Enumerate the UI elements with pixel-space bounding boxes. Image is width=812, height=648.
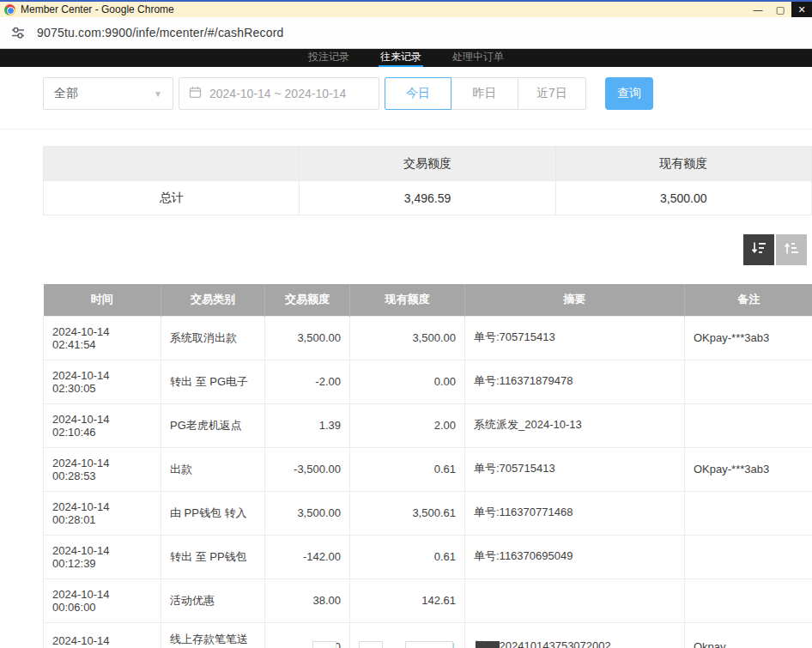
records-header-row: 时间 交易类别 交易额度 现有额度 摘要 备注 xyxy=(44,284,812,316)
table-row: 2024-10-14 02:10:46 PG老虎机返点 1.39 2.00 系统… xyxy=(44,403,812,447)
pagination-prev-button[interactable]: ‹ xyxy=(359,641,383,648)
cell-time: 2024-10-14 02:10:46 xyxy=(44,403,161,447)
filter-row: 全部 ▼ 2024-10-14 ~ 2024-10-14 今日 昨日 近7日 查… xyxy=(43,77,812,110)
cell-type: 出款 xyxy=(161,447,265,491)
section-divider xyxy=(0,129,812,130)
window-title: Member Center - Google Chrome xyxy=(21,3,174,15)
site-settings-icon[interactable] xyxy=(10,25,26,40)
cell-time: 2024-10-14 00:06:00 xyxy=(44,578,161,622)
cell-note xyxy=(685,578,812,622)
header-balance: 现有额度 xyxy=(350,284,465,316)
cell-balance: 0.00 xyxy=(350,360,465,403)
cell-summary: 单号:705715413 xyxy=(465,447,685,491)
pagination-size-select[interactable]: ▾ xyxy=(405,641,453,648)
cell-summary: 单号:116370695049 xyxy=(465,535,685,578)
table-row: 2024-10-14 00:28:01 由 PP钱包 转入 3,500.00 3… xyxy=(44,491,812,535)
cell-type: PG老虎机返点 xyxy=(161,403,265,447)
cell-note xyxy=(685,360,812,403)
summary-balance-total: 3,500.00 xyxy=(555,181,811,215)
header-amount: 交易额度 xyxy=(265,284,350,316)
summary-total-label: 总计 xyxy=(44,181,300,215)
table-row: 2024-10-14 02:30:05 转出 至 PG电子 -2.00 0.00… xyxy=(44,360,812,403)
sort-descending-button[interactable] xyxy=(743,234,774,265)
type-select[interactable]: 全部 ▼ xyxy=(43,77,173,110)
header-summary: 摘要 xyxy=(465,284,685,316)
records-table: 时间 交易类别 交易额度 现有额度 摘要 备注 2024-10-14 02:41… xyxy=(43,284,812,648)
window-controls: — ▢ ✕ xyxy=(747,2,812,17)
cell-amount: 1.39 xyxy=(265,403,350,447)
summary-header-balance: 现有额度 xyxy=(555,147,811,181)
date-range-picker[interactable]: 2024-10-14 ~ 2024-10-14 xyxy=(179,77,379,110)
today-button[interactable]: 今日 xyxy=(385,77,451,110)
pagination-active-page[interactable]: 1 xyxy=(476,641,500,648)
last-7-days-button[interactable]: 近7日 xyxy=(518,77,586,110)
quick-range-group: 今日 昨日 近7日 xyxy=(385,77,586,110)
cell-note xyxy=(685,491,812,535)
cell-summary: 系统派发_2024-10-13 xyxy=(465,403,685,447)
cell-note xyxy=(685,403,812,447)
cell-note: OKpay-***3ab3 xyxy=(685,447,812,491)
cell-summary xyxy=(465,578,685,622)
table-row: 2024-10-14 00:12:39 转出 至 PP钱包 -142.00 0.… xyxy=(44,535,812,578)
address-bar[interactable]: 9075tu.com:9900/infe/mcenter/#/cashRecor… xyxy=(37,26,284,39)
cell-time: 2024-10-14 00:28:53 xyxy=(44,447,161,491)
search-button[interactable]: 查询 xyxy=(605,77,653,110)
chrome-logo-icon xyxy=(4,4,15,15)
pagination-first-button[interactable]: « xyxy=(312,641,336,648)
sort-ascending-button[interactable] xyxy=(776,234,807,265)
cell-balance: 3,500.61 xyxy=(350,491,465,535)
top-nav: 投注记录 往来记录 处理中订单 xyxy=(0,49,812,67)
cell-balance: 2.00 xyxy=(350,403,465,447)
maximize-button[interactable]: ▢ xyxy=(769,2,791,17)
tab-pending-orders[interactable]: 处理中订单 xyxy=(451,49,506,67)
cell-summary: 单号:116371879478 xyxy=(465,360,685,403)
calendar-icon xyxy=(189,86,202,101)
tab-cash-records[interactable]: 往来记录 xyxy=(379,49,423,67)
cell-amount: 38.00 xyxy=(265,578,350,622)
cell-time: 2024-10-14 00:28:01 xyxy=(44,491,161,535)
table-row: 2024-10-14 02:41:54 系统取消出款 3,500.00 3,50… xyxy=(44,316,812,360)
date-range-value: 2024-10-14 ~ 2024-10-14 xyxy=(209,87,346,100)
cell-time: 2024-10-14 02:30:05 xyxy=(44,360,161,403)
sort-controls xyxy=(0,234,807,265)
table-row: 2024-10-14 00:28:53 出款 -3,500.00 0.61 单号… xyxy=(44,447,812,491)
cell-time: 2024-10-14 00:12:39 xyxy=(44,535,161,578)
summary-total-row: 总计 3,496.59 3,500.00 xyxy=(44,181,812,215)
window-titlebar: Member Center - Google Chrome — ▢ ✕ xyxy=(0,0,812,17)
cell-balance: 0.61 xyxy=(350,447,465,491)
cell-amount: -142.00 xyxy=(265,535,350,578)
cell-type: 转出 至 PG电子 xyxy=(161,360,265,403)
cell-summary: 单号:705715413 xyxy=(465,316,685,360)
header-time: 时间 xyxy=(44,284,161,316)
minimize-button[interactable]: — xyxy=(747,2,769,17)
summary-table: 交易额度 现有额度 总计 3,496.59 3,500.00 xyxy=(43,146,812,215)
sort-ascending-icon xyxy=(783,241,800,258)
cell-time: 2024-10-14 02:41:54 xyxy=(44,316,161,360)
cell-type: 转出 至 PP钱包 xyxy=(161,535,265,578)
cell-balance: 142.61 xyxy=(350,578,465,622)
summary-transaction-total: 3,496.59 xyxy=(300,181,555,215)
cell-amount: 3,500.00 xyxy=(265,316,350,360)
cell-note: OKpay-***3ab3 xyxy=(685,316,812,360)
cell-type: 活动优惠 xyxy=(161,578,265,622)
chevron-down-icon: ▼ xyxy=(154,89,162,99)
sort-descending-icon xyxy=(750,241,767,258)
cell-balance: 3,500.00 xyxy=(350,316,465,360)
table-row: 2024-10-14 00:06:00 活动优惠 38.00 142.61 xyxy=(44,578,812,622)
cell-type: 系统取消出款 xyxy=(161,316,265,360)
cell-balance: 0.61 xyxy=(350,535,465,578)
type-select-value: 全部 xyxy=(54,86,78,101)
yesterday-button[interactable]: 昨日 xyxy=(451,77,518,110)
browser-toolbar: 9075tu.com:9900/infe/mcenter/#/cashRecor… xyxy=(0,17,812,49)
cell-note xyxy=(685,535,812,578)
close-button[interactable]: ✕ xyxy=(791,2,812,17)
cell-amount: -3,500.00 xyxy=(265,447,350,491)
cell-summary: 单号:116370771468 xyxy=(465,491,685,535)
header-type: 交易类别 xyxy=(161,284,265,316)
summary-header-empty xyxy=(44,147,300,181)
cell-amount: 3,500.00 xyxy=(265,491,350,535)
cell-type: 由 PP钱包 转入 xyxy=(161,491,265,535)
tab-bet-records[interactable]: 投注记录 xyxy=(306,49,351,67)
cell-amount: -2.00 xyxy=(265,360,350,403)
pagination: « ‹ ▾ 1 xyxy=(0,641,812,648)
